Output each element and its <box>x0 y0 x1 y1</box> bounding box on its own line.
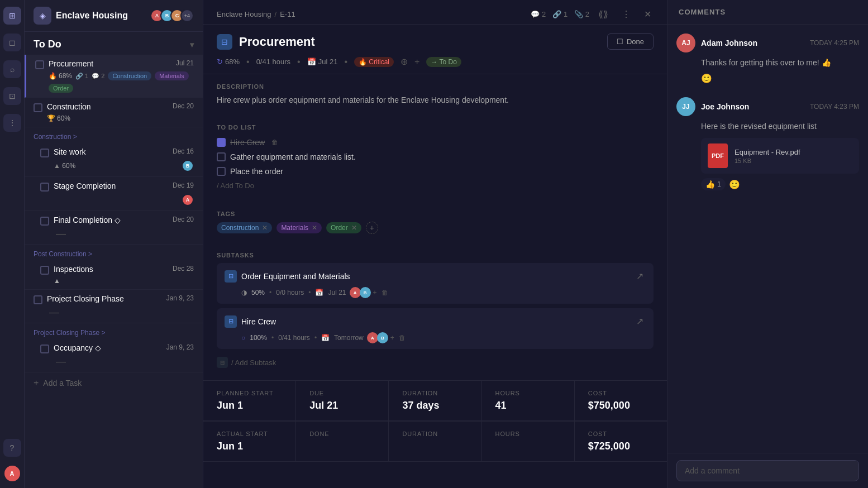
tags-row: Construction ✕ Materials ✕ Order ✕ + <box>203 222 667 243</box>
comment-attachment-jj[interactable]: PDF Equipment - Rev.pdf 15 KB <box>701 138 859 174</box>
breadcrumb-project[interactable]: Enclave Housing <box>217 10 271 18</box>
task-checkbox-final-completion[interactable] <box>40 217 49 226</box>
todo-item-hire-crew: Hire Crew 🗑 <box>217 135 654 150</box>
task-date-site-work: Dec 16 <box>173 147 194 155</box>
trophy-icon: 🏆 <box>47 114 55 122</box>
attachment-count-icon: 📎 2 <box>574 10 589 18</box>
subtask-date-hire: Tomorrow <box>334 334 364 342</box>
breadcrumb-task-id[interactable]: E-11 <box>280 10 295 18</box>
task-item-occupancy[interactable]: Occupancy ◇ Jan 9, 23 — <box>25 339 203 372</box>
tag-add-button[interactable]: + <box>366 222 378 234</box>
subtask-progress-ring-hire: ○ <box>241 334 245 342</box>
project-header: ◈ Enclave Housing A B C +4 <box>25 0 203 32</box>
meta-date-value: Jul 21 <box>318 58 338 66</box>
nav-search-icon[interactable]: ⌕ <box>3 60 21 78</box>
tag-order[interactable]: Order ✕ <box>326 222 361 233</box>
section-group-construction[interactable]: Construction > <box>25 127 203 143</box>
task-list: Procurement Jul 21 🔥 68% 🔗 1 💬 2 Constru… <box>25 55 203 488</box>
section-filter-icon[interactable]: ▾ <box>190 40 194 49</box>
nav-home-icon[interactable]: ⊞ <box>3 7 21 25</box>
task-checkbox-construction[interactable] <box>34 103 42 112</box>
comment-input-field[interactable] <box>676 460 859 481</box>
task-item-project-closing[interactable]: Project Closing Phase Jan 9, 23 — <box>25 290 203 323</box>
todo-list: Hire Crew 🗑 Gather equipment and materia… <box>203 135 667 202</box>
badge-materials: Materials <box>155 71 189 80</box>
close-icon[interactable]: ✕ <box>642 7 654 22</box>
detail-title: Procurement <box>239 35 600 49</box>
tag-x-materials[interactable]: ✕ <box>312 224 317 232</box>
task-name-final-completion: Final Completion ◇ <box>54 216 168 224</box>
section-header: To Do ▾ <box>25 32 203 55</box>
done-button[interactable]: ☐ Done <box>607 34 654 50</box>
subtask-external-hire[interactable]: ↗ <box>634 314 646 329</box>
meta-date: 📅 Jul 21 <box>307 58 338 66</box>
final-completion-dash: — <box>56 228 66 240</box>
add-todo-row[interactable]: / Add To Do <box>217 179 654 193</box>
subtask-add-member-hire[interactable]: + <box>390 334 394 342</box>
subtask-delete-order[interactable]: 🗑 <box>381 289 388 296</box>
metric-cost: COST $750,000 <box>575 381 667 420</box>
subtask-avatar-1-order: A <box>350 287 361 298</box>
meta-assign-icon[interactable]: ⊕ <box>400 56 408 67</box>
reaction-thumbs-up[interactable]: 👍 1 <box>701 178 726 190</box>
comment-count: 💬 2 <box>92 73 104 80</box>
description-text: Hire crew plus order equipment and mater… <box>203 94 667 115</box>
todo-text-hire-crew: Hire Crew <box>230 138 265 147</box>
task-checkbox-inspections[interactable] <box>40 266 49 275</box>
task-checkbox-site-work[interactable] <box>40 149 49 157</box>
task-checkbox-occupancy[interactable] <box>40 345 49 353</box>
status-badge[interactable]: → To Do <box>426 57 461 67</box>
todo-check-order[interactable] <box>217 167 226 176</box>
nav-help-icon[interactable]: ? <box>3 439 21 457</box>
tag-x-construction[interactable]: ✕ <box>262 224 268 232</box>
task-date-stage-completion: Dec 19 <box>173 181 194 189</box>
add-task-row[interactable]: + Add a Task <box>25 372 203 394</box>
nav-calendar-icon[interactable]: ⊡ <box>3 87 21 105</box>
task-checkbox-stage-completion[interactable] <box>40 183 49 192</box>
comment-avatar-aj: AJ <box>676 34 695 52</box>
comment-item-jj: JJ Joe Johnson TODAY 4:23 PM Here is the… <box>676 97 859 190</box>
add-subtask-row[interactable]: ⊟ / Add Subtask <box>217 353 654 371</box>
task-item-construction-group[interactable]: Construction Dec 20 🏆 60% <box>25 98 203 127</box>
calendar-icon: 📅 <box>307 58 316 66</box>
task-item-site-work[interactable]: Site work Dec 16 ▲ 60% B <box>25 143 203 177</box>
section-group-post-construction[interactable]: Post Construction > <box>25 245 203 260</box>
detail-title-row: ⊟ Procurement ☐ Done <box>203 25 667 52</box>
tag-x-order[interactable]: ✕ <box>351 224 357 232</box>
task-checkbox-project-closing[interactable] <box>34 295 42 304</box>
avatar-count: +4 <box>180 9 194 22</box>
more-options-icon[interactable]: ⋮ <box>619 7 633 22</box>
user-avatar[interactable]: A <box>4 466 20 481</box>
subtask-pct-order: 50% <box>251 289 265 296</box>
task-date-inspections: Dec 28 <box>173 265 194 272</box>
nav-chart-icon[interactable]: ⋮ <box>3 114 21 132</box>
comment-name-jj: Joe Johnson <box>701 102 749 111</box>
nav-inbox-icon[interactable]: ◻ <box>3 34 21 51</box>
emoji-picker-icon-aj[interactable]: 🙂 <box>701 73 712 84</box>
emoji-picker-icon-jj[interactable]: 🙂 <box>729 179 740 190</box>
task-item-inspections[interactable]: Inspections Dec 28 ▲ <box>25 260 203 290</box>
task-item-final-completion[interactable]: Final Completion ◇ Dec 20 — <box>25 211 203 245</box>
task-item-procurement[interactable]: Procurement Jul 21 🔥 68% 🔗 1 💬 2 Constru… <box>25 55 203 98</box>
comment-name-aj: Adam Johnson <box>701 39 757 47</box>
metric-duration: DURATION 37 days <box>389 381 481 420</box>
tag-construction[interactable]: Construction ✕ <box>217 222 272 233</box>
todo-check-hire-crew[interactable] <box>217 138 226 147</box>
tag-materials[interactable]: Materials ✕ <box>276 222 322 233</box>
subtask-external-order[interactable]: ↗ <box>634 269 646 284</box>
section-group-closing[interactable]: Project Closing Phase > <box>25 323 203 339</box>
priority-badge[interactable]: 🔥 Critical <box>354 57 394 67</box>
comment-item-aj: AJ Adam Johnson TODAY 4:25 PM Thanks for… <box>676 34 859 84</box>
subtask-hours-order: 0/0 hours <box>276 289 304 296</box>
metric-planned-start: PLANNED START Jun 1 <box>203 381 296 420</box>
todo-check-gather[interactable] <box>217 152 226 161</box>
subtask-delete-hire[interactable]: 🗑 <box>399 334 406 342</box>
todo-delete-hire-crew[interactable]: 🗑 <box>271 138 278 146</box>
comments-panel: COMMENTS AJ Adam Johnson TODAY 4:25 PM T… <box>667 0 868 488</box>
task-item-stage-completion[interactable]: Stage Completion Dec 19 A <box>25 177 203 211</box>
task-checkbox-procurement[interactable] <box>35 60 44 69</box>
metric-label-duration: DURATION <box>402 390 468 396</box>
task-date-procurement: Jul 21 <box>176 59 194 67</box>
expand-icon[interactable]: ⟪⟫ <box>596 7 611 22</box>
subtask-add-member-order[interactable]: + <box>373 289 377 296</box>
